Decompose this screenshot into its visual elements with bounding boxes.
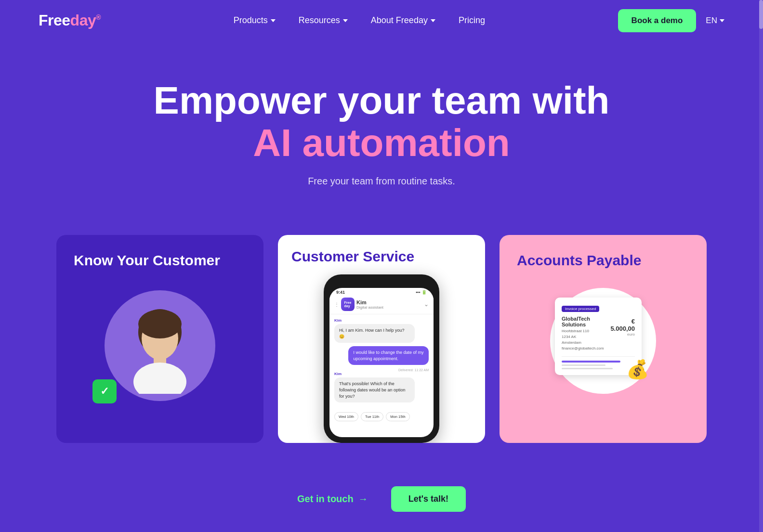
chat-bubble-user: I would like to change the date of my up… (348, 346, 429, 365)
logo-text: Free (39, 12, 70, 29)
phone-mockup: 9:41 ▪▪▪ 🔋 ⋮ Freeday Kim Digital assista… (324, 274, 439, 443)
invoice-line-1 (562, 361, 620, 363)
chevron-down-icon (271, 19, 276, 22)
kyc-visual: ✓ (97, 283, 223, 408)
card-cs[interactable]: Customer Service 9:41 ▪▪▪ 🔋 ⋮ Freeday (278, 235, 485, 443)
chat-bubble-bot-1: Hi, I am Kim. How can I help you? 😊 (334, 324, 415, 343)
bottom-cta: Get in touch → Let's talk! (0, 472, 763, 532)
cards-section: Know Your Customer (0, 216, 763, 472)
checkmark-icon: ✓ (100, 385, 109, 398)
chat-time: Delivered: 11:22 AM (334, 368, 429, 372)
lets-talk-button[interactable]: Let's talk! (391, 486, 466, 512)
invoice-lines (562, 356, 635, 369)
get-in-touch-text: Get in touch (297, 493, 354, 505)
checkmark-badge: ✓ (92, 379, 117, 403)
nav-label-about: About Freeday (371, 15, 428, 26)
nav-label-resources: Resources (299, 15, 340, 26)
get-in-touch-link[interactable]: Get in touch → (297, 493, 368, 505)
avatar-text: Freeday (344, 301, 352, 308)
invoice-company: GlobalTech Solutions (562, 316, 609, 327)
invoice-currency: euro (609, 332, 635, 337)
invoice-line-3 (562, 368, 613, 369)
chat-info: Kim Digital assistant (356, 299, 383, 310)
invoice-amount-area: € 5.000,00 euro (609, 316, 635, 337)
phone-area: 9:41 ▪▪▪ 🔋 ⋮ Freeday Kim Digital assista… (278, 265, 485, 443)
invoice-addr1: Hoofdstraat 110 (562, 329, 589, 333)
corner-tl (105, 290, 118, 304)
hero-headline-pink: AI automation (253, 121, 510, 164)
language-selector[interactable]: EN (706, 16, 724, 26)
nav-link-resources[interactable]: Resources (299, 15, 348, 26)
card-kyc[interactable]: Know Your Customer (56, 235, 263, 443)
invoice-card: Invoice processed GlobalTech Solutions H… (555, 298, 642, 375)
corner-br (202, 388, 215, 401)
navbar: Freeday® Products Resources About Freeda… (0, 0, 763, 41)
nav-item-about[interactable]: About Freeday (371, 15, 435, 26)
hero-subtext: Free your team from routine tasks. (39, 176, 724, 187)
nav-links: Products Resources About Freeday Pricing (234, 15, 485, 26)
phone-time: 9:41 (336, 290, 345, 295)
expand-icon: ⌄ (424, 301, 429, 308)
invoice-addr2: 1234 AK (562, 335, 576, 339)
phone-screen: 9:41 ▪▪▪ 🔋 ⋮ Freeday Kim Digital assista… (329, 288, 434, 437)
nav-item-products[interactable]: Products (234, 15, 276, 26)
chat-sender-2: Kim (334, 372, 429, 376)
corner-tr (202, 290, 215, 304)
chevron-down-icon (431, 19, 435, 22)
nav-link-pricing[interactable]: Pricing (459, 15, 485, 26)
ap-card-title: Accounts Payable (517, 252, 689, 269)
chevron-down-icon (343, 19, 348, 22)
invoice-line-2 (562, 364, 605, 366)
nav-item-resources[interactable]: Resources (299, 15, 348, 26)
invoice-address: Hoofdstraat 110 1234 AK Amsterdam financ… (562, 328, 609, 351)
nav-label-pricing: Pricing (459, 15, 485, 26)
cs-card-title: Customer Service (278, 235, 485, 265)
invoice-status: Invoice processed (562, 306, 599, 312)
nav-right: Book a demo EN (618, 9, 724, 32)
chevron-down-icon (720, 19, 724, 22)
menu-icon: ⋮ (334, 302, 339, 307)
phone-status-bar: 9:41 ▪▪▪ 🔋 (329, 288, 434, 295)
chat-option-tue[interactable]: Tue 11th (361, 412, 383, 421)
chat-body: Kim Hi, I am Kim. How can I help you? 😊 … (329, 314, 434, 410)
phone-notch (360, 280, 403, 288)
nav-link-products[interactable]: Products (234, 15, 276, 26)
invoice-company-info: GlobalTech Solutions Hoofdstraat 110 123… (562, 316, 609, 351)
logo[interactable]: Freeday® (39, 12, 101, 29)
kyc-image-area: ✓ (74, 283, 246, 408)
chat-option-wed[interactable]: Wed 10th (334, 412, 358, 421)
chat-options: Wed 10th Tue 11th Mon 15th (329, 410, 434, 425)
invoice-header: GlobalTech Solutions Hoofdstraat 110 123… (562, 316, 635, 351)
hero-headline: Empower your team with AI automation (39, 79, 724, 164)
chat-avatar: Freeday (341, 298, 355, 311)
hero-headline-white: Empower your team with (154, 79, 610, 122)
chat-header: ⋮ Freeday Kim Digital assistant ⌄ (329, 295, 434, 314)
signal-icons: ▪▪▪ 🔋 (416, 290, 427, 295)
ap-visual: Invoice processed GlobalTech Solutions H… (517, 283, 689, 399)
invoice-email: finance@globaltech.com (562, 346, 604, 350)
chat-subtitle: Digital assistant (356, 305, 383, 310)
kyc-card-title: Know Your Customer (74, 252, 246, 269)
kyc-person-svg (129, 298, 191, 394)
nav-item-pricing[interactable]: Pricing (459, 15, 485, 26)
svg-point-4 (138, 310, 182, 338)
chat-sender-1: Kim (334, 318, 429, 323)
scrollbar[interactable] (759, 0, 763, 532)
card-ap[interactable]: Accounts Payable Invoice processed Globa… (500, 235, 707, 443)
money-bag-icon: 💰 (626, 359, 649, 380)
invoice-city: Amsterdam (562, 340, 581, 345)
nav-link-about[interactable]: About Freeday (371, 15, 435, 26)
chat-name: Kim (356, 299, 383, 305)
arrow-icon: → (358, 493, 368, 505)
logo-pink: day (70, 12, 96, 29)
nav-label-products: Products (234, 15, 268, 26)
book-demo-button[interactable]: Book a demo (618, 9, 697, 32)
ap-circle-container: Invoice processed GlobalTech Solutions H… (545, 283, 661, 399)
scrollbar-thumb[interactable] (759, 0, 763, 29)
hero-section: Empower your team with AI automation Fre… (0, 41, 763, 216)
logo-dot: ® (96, 13, 101, 21)
invoice-amount: € 5.000,00 (609, 318, 635, 332)
lang-label: EN (706, 16, 717, 26)
chat-bubble-bot-2: That's possible! Which of the following … (334, 377, 415, 402)
chat-option-mon[interactable]: Mon 15th (386, 412, 409, 421)
